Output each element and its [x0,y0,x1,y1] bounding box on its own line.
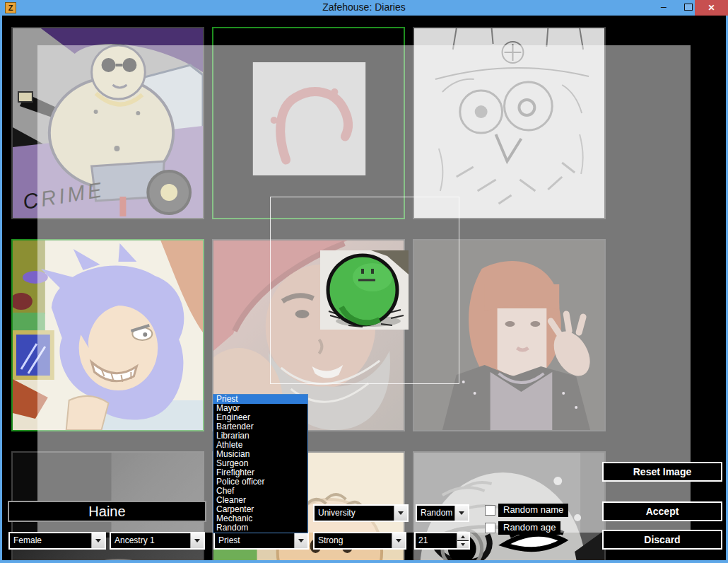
chevron-down-icon[interactable] [394,506,407,521]
dragged-green-blob-image[interactable] [320,250,409,330]
list-item[interactable]: Random [213,523,307,533]
education-dropdown[interactable]: University [313,504,409,522]
ancestry-dropdown[interactable]: Ancestry 1 [110,532,205,550]
random-age-label: Random age [498,521,560,535]
title-bar: Z Zafehouse: Diaries – ✕ [0,0,728,16]
list-item[interactable]: Carpenter [213,505,307,514]
list-item[interactable]: Mayor [213,404,307,413]
chevron-down-icon[interactable] [91,533,105,548]
character-name-input[interactable]: Haine [8,501,206,522]
gender-dropdown[interactable]: Female [8,532,106,550]
education-value: University [318,506,392,521]
chevron-down-icon[interactable] [392,533,405,548]
occupation-dropdown-list: Priest Mayor Engineer Bartender Libraria… [213,394,308,533]
list-item[interactable]: Librarian [213,431,307,441]
occupation-value: Priest [218,533,292,548]
random-name-label: Random name [498,504,568,517]
triangle-up-icon[interactable] [457,533,469,540]
window-title: Zafehouse: Diaries [0,1,728,13]
minimize-button[interactable]: – [654,0,674,16]
random-age-checkbox[interactable]: Random age [485,521,560,535]
list-item[interactable]: Police officer [213,477,307,487]
strength-dropdown[interactable]: Strong [313,532,406,550]
checkbox-box[interactable] [485,505,495,516]
gender-value: Female [13,533,89,548]
game-window: CRIME [0,0,728,563]
strength-value: Strong [318,533,389,548]
close-button[interactable]: ✕ [695,0,728,16]
list-item[interactable]: Chef [213,487,307,496]
list-item[interactable]: Cleaner [213,496,307,505]
chevron-down-icon[interactable] [454,506,468,521]
green-blob-art [320,250,409,330]
reset-image-button[interactable]: Reset Image [602,462,722,482]
chevron-down-icon[interactable] [190,533,204,548]
list-item[interactable]: Firefighter [213,468,307,477]
window-border-left [0,16,2,563]
accept-button[interactable]: Accept [602,501,722,521]
occupation-dropdown[interactable]: Priest [213,532,309,550]
list-item[interactable]: Mechanic [213,514,307,523]
chevron-down-icon[interactable] [294,533,307,548]
age-spinner[interactable]: 21 [414,532,470,550]
relationship-value: Random [421,506,452,521]
list-item[interactable]: Bartender [213,422,307,431]
list-item[interactable]: Engineer [213,413,307,422]
checkbox-box[interactable] [485,523,495,533]
list-item[interactable]: Surgeon [213,459,307,468]
list-item[interactable]: Musician [213,450,307,459]
maximize-button[interactable] [684,4,693,11]
triangle-down-icon[interactable] [457,541,469,548]
list-item[interactable]: Athlete [213,441,307,450]
ancestry-value: Ancestry 1 [115,533,188,548]
age-value: 21 [418,533,428,548]
list-item[interactable]: Priest [213,395,307,404]
random-name-checkbox[interactable]: Random name [485,504,568,517]
discard-button[interactable]: Discard [602,530,722,550]
window-border-bottom [0,560,728,563]
relationship-dropdown[interactable]: Random [416,504,469,522]
